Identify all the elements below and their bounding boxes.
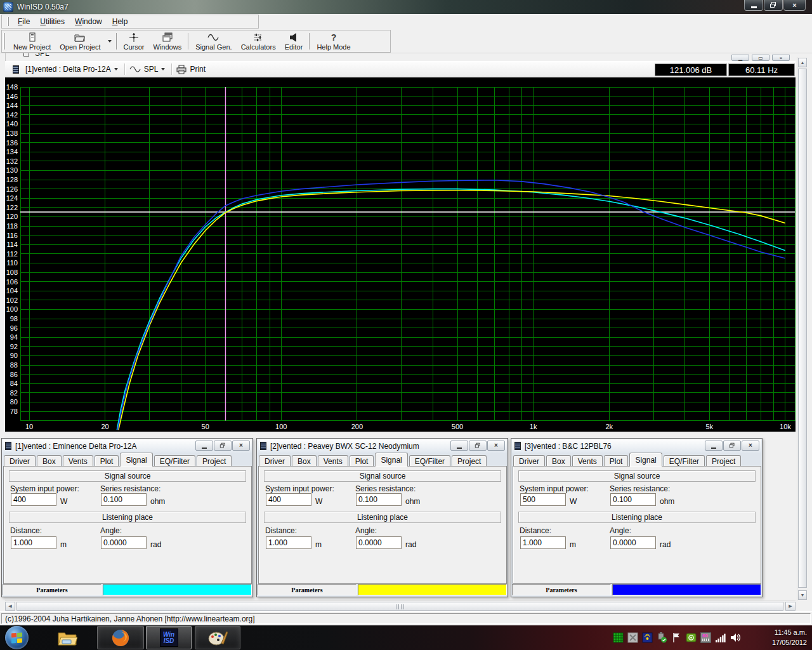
project-window-1-titlebar[interactable]: [1]vented : Eminence Delta Pro-12A × <box>3 439 252 453</box>
spl-restore-button[interactable]: ▭ <box>752 55 769 61</box>
tab-driver[interactable]: Driver <box>513 455 545 467</box>
tab-vents[interactable]: Vents <box>318 455 348 467</box>
tab-vents[interactable]: Vents <box>572 455 603 467</box>
minimize-button[interactable] <box>195 441 213 451</box>
horizontal-scroll-thumb[interactable] <box>16 602 783 611</box>
editor-button[interactable]: Editor <box>280 31 308 51</box>
menu-window[interactable]: Window <box>70 16 107 28</box>
spl-chart[interactable]: 7880828486889092949698100102104106108110… <box>5 77 796 432</box>
distance-input[interactable] <box>11 536 56 549</box>
menu-band-grip[interactable] <box>7 17 9 26</box>
power-input[interactable] <box>520 493 566 506</box>
taskbar-explorer-button[interactable] <box>51 626 84 649</box>
close-button[interactable]: × <box>232 441 250 451</box>
tab-project[interactable]: Project <box>706 455 741 467</box>
minimize-button[interactable] <box>705 441 723 451</box>
toolbar-band-grip[interactable] <box>3 33 5 50</box>
restore-button[interactable] <box>764 0 783 11</box>
tab-box[interactable]: Box <box>37 455 62 467</box>
tray-wireless-icon[interactable] <box>642 632 653 643</box>
menu-utilities[interactable]: Utilities <box>35 16 70 28</box>
tab-box[interactable]: Box <box>292 455 317 467</box>
tray-60-monitor-icon[interactable]: 60 <box>700 632 711 643</box>
tab-driver[interactable]: Driver <box>259 455 291 467</box>
tab-signal[interactable]: Signal <box>629 453 662 467</box>
tray-disabled-icon[interactable] <box>627 632 638 643</box>
svg-text:108: 108 <box>6 269 18 276</box>
menu-help[interactable]: Help <box>107 16 133 28</box>
project-window-2-titlebar[interactable]: [2]vented : Peavey BWX SC-12 Neodymium × <box>258 439 507 453</box>
tab-signal[interactable]: Signal <box>375 453 407 467</box>
close-button[interactable]: × <box>783 0 806 11</box>
scroll-left-icon[interactable]: ◀ <box>5 602 15 611</box>
vertical-scrollbar[interactable]: ▲ ▼ <box>797 57 808 600</box>
print-button[interactable]: Print <box>175 63 209 76</box>
tab-eq-filter[interactable]: EQ/Filter <box>409 455 450 467</box>
taskbar-firefox-button[interactable] <box>97 626 144 649</box>
tray-network-signal-icon[interactable] <box>715 632 726 643</box>
taskbar-clock[interactable]: 11:45 a.m. 17/05/2012 <box>752 627 807 647</box>
resistance-input[interactable] <box>610 493 656 506</box>
tab-plot[interactable]: Plot <box>350 455 374 467</box>
restore-button[interactable] <box>469 441 487 451</box>
minimize-button[interactable] <box>450 441 468 451</box>
tab-driver[interactable]: Driver <box>4 455 36 467</box>
calculators-button[interactable]: Calculators <box>237 31 280 51</box>
tab-eq-filter[interactable]: EQ/Filter <box>154 455 195 467</box>
tab-plot[interactable]: Plot <box>604 455 629 467</box>
angle-input[interactable] <box>356 536 402 549</box>
spl-minimize-button[interactable]: ▁ <box>731 55 749 61</box>
tab-vents[interactable]: Vents <box>63 455 93 467</box>
horizontal-scrollbar[interactable]: ◀ ▶ <box>5 600 796 611</box>
close-button[interactable]: × <box>487 441 505 451</box>
scroll-down-icon[interactable]: ▼ <box>798 590 807 600</box>
project-selector[interactable]: [1]vented : Delta Pro-12A <box>9 63 122 75</box>
angle-input[interactable] <box>610 536 656 549</box>
minimize-button[interactable] <box>744 0 763 11</box>
menu-file[interactable]: File <box>13 16 35 28</box>
open-project-button[interactable]: Open Project <box>55 31 105 51</box>
distance-input[interactable] <box>520 536 566 549</box>
tray-nvidia-icon[interactable] <box>686 632 697 643</box>
close-button[interactable]: × <box>742 441 759 451</box>
restore-button[interactable] <box>214 441 232 451</box>
signal-gen-button[interactable]: Signal Gen. <box>191 31 236 51</box>
tab-signal[interactable]: Signal <box>120 453 152 467</box>
tab-box[interactable]: Box <box>546 455 571 467</box>
scroll-right-icon[interactable]: ▶ <box>785 602 796 611</box>
power-input[interactable] <box>266 493 311 506</box>
tab-plot[interactable]: Plot <box>95 455 119 467</box>
parameters-button[interactable]: Parameters <box>3 584 102 595</box>
tab-project[interactable]: Project <box>197 455 232 467</box>
restore-button[interactable] <box>723 441 741 451</box>
tray-action-center-flag-icon[interactable] <box>671 632 682 643</box>
svg-text:136: 136 <box>6 139 18 147</box>
parameters-button[interactable]: Parameters <box>512 584 611 595</box>
windows-button[interactable]: Windows <box>149 31 187 51</box>
tray-volume-icon[interactable] <box>730 632 740 643</box>
help-mode-button[interactable]: ? Help Mode <box>312 31 355 51</box>
parameters-button[interactable]: Parameters <box>258 584 357 595</box>
angle-input[interactable] <box>101 536 147 549</box>
resistance-input[interactable] <box>356 493 402 506</box>
svg-text:130: 130 <box>6 166 18 174</box>
tab-eq-filter[interactable]: EQ/Filter <box>664 455 705 467</box>
start-button[interactable] <box>5 626 29 649</box>
distance-input[interactable] <box>266 536 311 549</box>
vertical-scroll-thumb[interactable] <box>798 69 807 588</box>
taskbar-paint-button[interactable] <box>195 626 240 649</box>
tray-grid-icon[interactable] <box>613 632 624 643</box>
taskbar-winisd-button[interactable]: Win ISD <box>146 626 192 649</box>
scroll-up-icon[interactable]: ▲ <box>798 58 807 67</box>
app-title: WinISD 0.50a7 <box>17 3 69 11</box>
project-window-3-titlebar[interactable]: [3]vented : B&C 12PBL76 × <box>512 439 761 453</box>
tab-project[interactable]: Project <box>452 455 487 467</box>
cursor-button[interactable]: Cursor <box>119 31 149 51</box>
tray-usb-icon[interactable] <box>657 632 667 643</box>
spl-close-button[interactable]: × <box>772 55 790 61</box>
open-project-dropdown[interactable] <box>105 31 114 51</box>
power-input[interactable] <box>11 493 56 506</box>
plot-type-selector[interactable]: SPL <box>128 63 169 75</box>
resistance-input[interactable] <box>101 493 147 506</box>
new-project-button[interactable]: New Project <box>9 31 55 51</box>
